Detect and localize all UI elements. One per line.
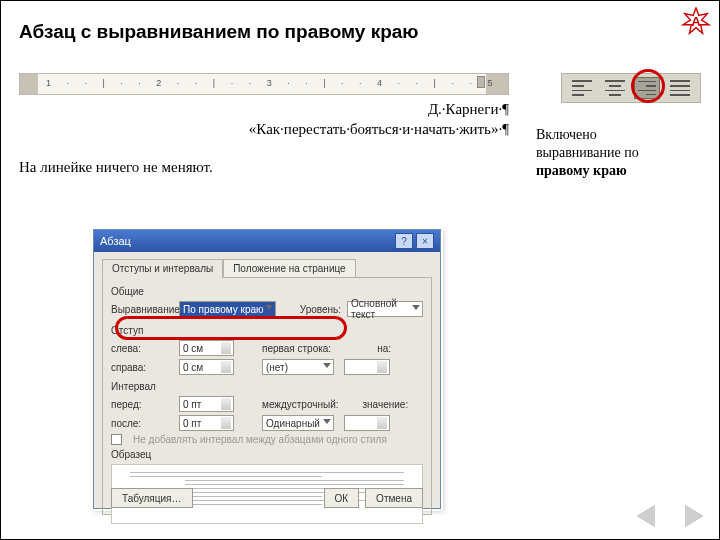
- align-left-button[interactable]: [569, 77, 595, 99]
- close-button[interactable]: ×: [416, 233, 434, 249]
- page-title: Абзац с выравниванием по правому краю: [19, 21, 419, 43]
- group-general-label: Общие: [111, 286, 423, 297]
- after-label: после:: [111, 418, 173, 429]
- indent-right-label: справа:: [111, 362, 173, 373]
- paragraph-dialog: Абзац ? × Отступы и интервалы Положение …: [93, 229, 441, 509]
- ruler: 1 · · | · · 2 · · | · · 3 · · | · · 4 · …: [19, 73, 509, 95]
- indent-right-spin[interactable]: 0 см: [179, 359, 234, 375]
- firstline-combo[interactable]: (нет): [262, 359, 334, 375]
- before-label: перед:: [111, 399, 173, 410]
- group-spacing-label: Интервал: [111, 381, 423, 392]
- firstline-by-spin[interactable]: [344, 359, 390, 375]
- nosame-label: Не добавлять интервал между абзацами одн…: [133, 434, 387, 445]
- ok-button[interactable]: ОК: [324, 488, 360, 508]
- tab-indents[interactable]: Отступы и интервалы: [102, 259, 223, 278]
- align-right-button[interactable]: [634, 77, 660, 99]
- tabs-button[interactable]: Табуляция…: [111, 488, 193, 508]
- firstline-by-label: на:: [377, 343, 391, 354]
- next-slide-button[interactable]: [685, 505, 703, 527]
- star-badge-icon: A: [681, 7, 711, 37]
- doc-line-1: Д.·Карнеги·¶: [19, 99, 509, 119]
- nosame-checkbox[interactable]: [111, 434, 122, 445]
- dialog-title: Абзац: [100, 235, 131, 247]
- help-button[interactable]: ?: [395, 233, 413, 249]
- doc-line-2: «Как·перестать·бояться·и·начать·жить»·¶: [19, 119, 509, 139]
- align-center-button[interactable]: [602, 77, 628, 99]
- level-combo[interactable]: Основной текст: [347, 301, 423, 317]
- ruler-caption: На линейке ничего не меняют.: [19, 159, 213, 176]
- ruler-marks: 1 · · | · · 2 · · | · · 3 · · | · · 4 · …: [46, 78, 509, 88]
- after-spin[interactable]: 0 пт: [179, 415, 234, 431]
- linespacing-at-spin[interactable]: [344, 415, 390, 431]
- svg-text:A: A: [691, 14, 701, 29]
- before-spin[interactable]: 0 пт: [179, 396, 234, 412]
- toolbar-caption: Включено выравнивание по правому краю: [536, 126, 701, 180]
- cancel-button[interactable]: Отмена: [365, 488, 423, 508]
- alignment-combo[interactable]: По правому краю: [179, 301, 276, 317]
- indent-left-spin[interactable]: 0 см: [179, 340, 234, 356]
- indent-left-label: слева:: [111, 343, 173, 354]
- dialog-panel: Общие Выравнивание: По правому краю Уров…: [102, 277, 432, 515]
- align-justify-button[interactable]: [667, 77, 693, 99]
- firstline-label: первая строка:: [262, 343, 331, 354]
- group-indent-label: Отступ: [111, 325, 423, 336]
- prev-slide-button[interactable]: [637, 505, 655, 527]
- alignment-label: Выравнивание:: [111, 304, 173, 315]
- linespacing-at-label: значение:: [363, 399, 409, 410]
- linespacing-label: междустрочный:: [262, 399, 339, 410]
- tab-position[interactable]: Положение на странице: [223, 259, 355, 278]
- dialog-tabs: Отступы и интервалы Положение на страниц…: [94, 252, 440, 277]
- level-label: Уровень:: [300, 304, 341, 315]
- group-preview-label: Образец: [111, 449, 423, 460]
- slide-nav: [637, 505, 703, 527]
- linespacing-combo[interactable]: Одинарный: [262, 415, 334, 431]
- document-sample: Д.·Карнеги·¶ «Как·перестать·бояться·и·на…: [19, 99, 509, 139]
- dialog-titlebar: Абзац ? ×: [94, 230, 440, 252]
- alignment-toolbar: [561, 73, 701, 103]
